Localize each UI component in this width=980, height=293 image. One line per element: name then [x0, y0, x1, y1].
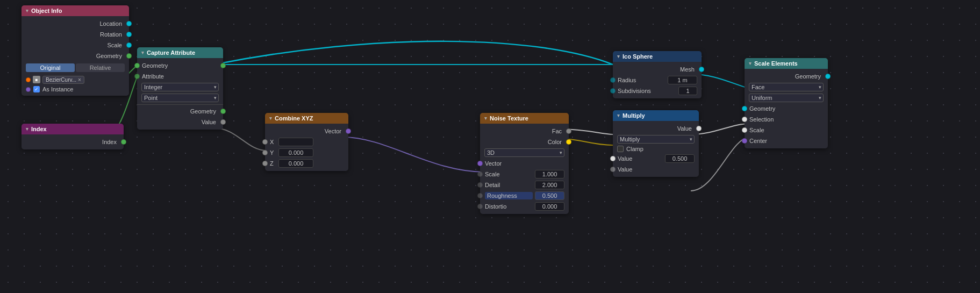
- index-out-label: Index: [26, 139, 119, 145]
- ca-value-socket: [220, 119, 226, 125]
- as-instance-checkbox[interactable]: ✓: [33, 86, 40, 92]
- object-info-title: Object Info: [31, 8, 62, 14]
- node-scale-elements: ▾ Scale Elements Geometry Face Uniform: [745, 58, 828, 148]
- node-ico-sphere: ▾ Ico Sphere Mesh Radius Subdivisions: [613, 51, 702, 98]
- ca-domain-select-wrap[interactable]: Point: [141, 94, 219, 102]
- clamp-checkbox[interactable]: [617, 146, 624, 152]
- multiply-title: Multiply: [623, 112, 645, 119]
- multiply-value-out-socket: [696, 126, 702, 131]
- noise-3d-row[interactable]: 3D: [480, 147, 569, 158]
- chip-close-icon[interactable]: ×: [78, 77, 81, 83]
- noise-dim-select[interactable]: 3D: [484, 148, 564, 157]
- node-noise-texture: ▾ Noise Texture Fac Color 3D Vec: [480, 113, 569, 214]
- combine-y-label: Y: [270, 149, 276, 156]
- noise-detail-input[interactable]: [535, 181, 564, 189]
- original-button[interactable]: Original: [26, 63, 75, 72]
- geometry-out-label: Geometry: [26, 53, 124, 59]
- capture-collapse-chevron[interactable]: ▾: [141, 50, 144, 55]
- ico-radius-socket: [610, 77, 616, 83]
- index-collapse-chevron[interactable]: ▾: [26, 126, 28, 132]
- combine-y-input[interactable]: [278, 148, 313, 157]
- se-mode-select[interactable]: Face: [749, 83, 824, 91]
- ca-domain-select[interactable]: Point: [141, 94, 219, 102]
- noise-detail-socket: [477, 182, 483, 188]
- collapse-chevron[interactable]: ▾: [26, 8, 28, 13]
- ico-subdiv-socket: [610, 88, 616, 94]
- scale-el-collapse-chevron[interactable]: ▾: [749, 61, 752, 66]
- ca-type-select[interactable]: Integer: [141, 83, 219, 91]
- se-dropdown2-row[interactable]: Uniform: [745, 92, 828, 103]
- scale-socket: [126, 42, 132, 48]
- ico-sphere-header: ▾ Ico Sphere: [613, 51, 702, 62]
- se-center-socket: [742, 138, 747, 144]
- combine-collapse-chevron[interactable]: ▾: [269, 116, 272, 121]
- ico-radius-row: Radius: [613, 75, 702, 85]
- rotation-label: Rotation: [26, 31, 124, 38]
- noise-scale-input[interactable]: [535, 170, 564, 178]
- combine-z-input[interactable]: [278, 159, 313, 168]
- ico-collapse-chevron[interactable]: ▾: [617, 54, 620, 59]
- se-geo-out-row: Geometry: [745, 71, 828, 82]
- node-multiply: ▾ Multiply Value Multiply Clamp: [613, 110, 699, 177]
- ca-geo-out-socket: [220, 63, 226, 68]
- ico-subdiv-input[interactable]: [678, 87, 697, 95]
- ico-radius-input[interactable]: [668, 76, 697, 84]
- combine-y-row: Y: [265, 147, 348, 158]
- multiply-value-input[interactable]: [665, 154, 695, 163]
- noise-fac-label: Fac: [484, 128, 564, 134]
- multiply-op-select-wrap[interactable]: Multiply: [617, 135, 695, 144]
- se-center-label: Center: [749, 138, 824, 144]
- combine-y-socket: [262, 150, 268, 155]
- ca-geo-in-label: Geometry: [142, 62, 218, 69]
- noise-distortion-row: Distortio: [480, 201, 569, 212]
- geometry-out-socket: [126, 53, 132, 59]
- combine-x-socket: [262, 139, 268, 145]
- noise-dim-select-wrap[interactable]: 3D: [484, 148, 564, 157]
- noise-title: Noise Texture: [490, 115, 528, 122]
- multiply-header: ▾ Multiply: [613, 110, 699, 121]
- noise-fac-socket: [566, 128, 571, 134]
- se-type-select[interactable]: Uniform: [749, 94, 824, 102]
- bezier-chip[interactable]: BezierCurv... ×: [42, 76, 84, 84]
- ca-geo-in-row: Geometry: [137, 60, 223, 71]
- noise-header: ▾ Noise Texture: [480, 113, 569, 124]
- se-geo-in-socket: [742, 106, 747, 111]
- object-info-header: ▾ Object Info: [22, 5, 129, 16]
- multiply-collapse-chevron[interactable]: ▾: [617, 113, 620, 118]
- se-type-select-wrap[interactable]: Uniform: [749, 94, 824, 102]
- noise-roughness-input[interactable]: [535, 191, 564, 200]
- multiply-op-select[interactable]: Multiply: [617, 135, 695, 144]
- se-dropdown1-row[interactable]: Face: [745, 82, 828, 92]
- location-label: Location: [26, 20, 124, 27]
- ca-type-select-wrap[interactable]: Integer: [141, 83, 219, 91]
- noise-vector-row: Vector: [480, 158, 569, 169]
- noise-scale-label: Scale: [485, 171, 533, 177]
- se-mode-select-wrap[interactable]: Face: [749, 83, 824, 91]
- relative-button[interactable]: Relative: [76, 63, 125, 72]
- scale-row: Scale: [22, 40, 129, 51]
- noise-distortion-input[interactable]: [535, 202, 564, 211]
- se-sel-label: Selection: [749, 116, 824, 123]
- noise-detail-label: Detail: [485, 182, 533, 188]
- index-out-row: Index: [22, 137, 124, 147]
- index-out-socket: [121, 139, 126, 145]
- combine-x-input[interactable]: [278, 138, 313, 146]
- ico-sphere-title: Ico Sphere: [623, 53, 653, 60]
- noise-distortion-socket: [477, 204, 483, 209]
- noise-roughness-socket: [477, 193, 483, 198]
- se-selection-row: Selection: [745, 114, 828, 125]
- capture-attr-header: ▾ Capture Attribute: [137, 47, 223, 58]
- noise-collapse-chevron[interactable]: ▾: [484, 116, 487, 121]
- noise-color-label: Color: [484, 139, 564, 145]
- noise-vector-label: Vector: [485, 160, 564, 167]
- multiply-dropdown-row[interactable]: Multiply: [613, 134, 699, 145]
- noise-detail-row: Detail: [480, 180, 569, 190]
- se-sel-socket: [742, 117, 747, 122]
- ca-dropdown2-row[interactable]: Point: [137, 92, 223, 103]
- noise-roughness-label: Roughness: [485, 192, 533, 199]
- ca-dropdown1-row[interactable]: Integer: [137, 82, 223, 92]
- geometry-out-row: Geometry: [22, 51, 129, 61]
- rotation-socket: [126, 32, 132, 37]
- se-geo-out-label: Geometry: [749, 73, 823, 80]
- combine-xyz-title: Combine XYZ: [275, 115, 313, 122]
